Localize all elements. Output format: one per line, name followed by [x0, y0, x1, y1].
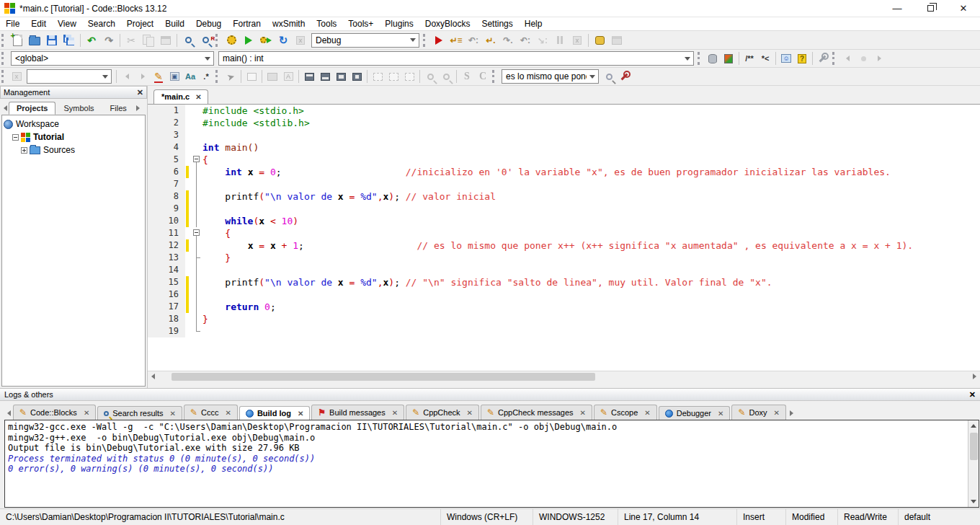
menu-item-edit[interactable]: Edit — [25, 17, 52, 30]
management-close-icon[interactable]: ✕ — [137, 88, 143, 97]
save-button[interactable] — [43, 32, 61, 48]
jump-back-button[interactable] — [839, 50, 855, 66]
cc-toolbar-grip[interactable] — [1, 52, 7, 65]
expand-icon[interactable] — [21, 147, 27, 154]
build-and-run-button[interactable] — [257, 32, 275, 48]
doxyblocks-toolbar-grip[interactable] — [698, 52, 703, 65]
thesaurus-button[interactable]: C — [475, 69, 491, 84]
tabs-scroll-left-icon[interactable] — [1, 102, 9, 115]
menu-item-settings[interactable]: Settings — [476, 17, 518, 30]
editor-horizontal-scrollbar[interactable] — [148, 371, 980, 381]
replace-button[interactable]: R — [197, 32, 214, 48]
log-tab-search-results[interactable]: Search results✕ — [97, 406, 182, 420]
symbol-combo[interactable]: main() : int — [218, 51, 694, 66]
log-tab-close-icon[interactable]: ✕ — [84, 409, 89, 417]
menu-item-search[interactable]: Search — [82, 17, 121, 30]
log-tab-build-log[interactable]: Build log✕ — [239, 406, 310, 420]
debugger-toolbar-grip[interactable] — [423, 34, 429, 47]
new-file-button[interactable] — [9, 32, 26, 48]
menu-item-debug[interactable]: Debug — [190, 17, 227, 30]
menu-item-project[interactable]: Project — [121, 17, 159, 30]
jump-marker-button[interactable] — [855, 50, 871, 66]
incsearch-selected-only-button[interactable]: ▣ — [166, 69, 182, 84]
align-fill-button[interactable] — [349, 69, 365, 84]
zoom-in-button[interactable] — [422, 69, 438, 84]
threadsearch-options-button[interactable] — [617, 69, 633, 84]
code-line[interactable]: 7 — [148, 178, 980, 190]
find-button[interactable] — [179, 32, 197, 48]
log-tab-close-icon[interactable]: ✕ — [774, 409, 780, 417]
scroll-up-icon[interactable] — [968, 420, 979, 431]
menu-item-doxyblocks[interactable]: DoxyBlocks — [419, 17, 476, 30]
incsearch-prev-button[interactable] — [119, 69, 135, 84]
scope-combo[interactable]: <global> — [11, 51, 214, 66]
code-line[interactable]: 8 printf("\n valor de x = %d",x); // val… — [148, 190, 980, 203]
code-line[interactable]: 9 — [148, 203, 980, 215]
code-line[interactable]: 18} — [148, 313, 980, 325]
restore-button[interactable] — [914, 0, 947, 17]
log-tab-close-icon[interactable]: ✕ — [644, 409, 650, 417]
cut-button[interactable]: ✂ — [122, 32, 140, 48]
tree-item-workspace[interactable]: Workspace — [4, 118, 143, 131]
chevron-down-icon[interactable] — [682, 57, 693, 61]
code-line[interactable]: 14 — [148, 264, 980, 276]
tab-files[interactable]: Files — [102, 102, 135, 115]
paste-button[interactable] — [157, 32, 174, 48]
log-tab-close-icon[interactable]: ✕ — [392, 409, 398, 417]
fold-toggle-icon[interactable] — [191, 227, 202, 239]
threadsearch-combo[interactable]: es lo mismo que poner — [502, 69, 599, 84]
code-line[interactable]: 3 — [148, 129, 980, 141]
code-line[interactable]: 4int main() — [148, 141, 980, 154]
align-bottom-button[interactable] — [317, 69, 333, 84]
menu-item-tools[interactable]: Tools — [311, 17, 342, 30]
incsearch-clear-button[interactable]: x — [9, 69, 24, 84]
pointer-tool-button[interactable]: ➤ — [223, 69, 239, 84]
next-line-button[interactable]: ↶: — [465, 32, 482, 48]
menu-item-help[interactable]: Help — [519, 17, 548, 30]
build-target-combo[interactable]: Debug — [311, 33, 419, 48]
editor-tab-main-c[interactable]: *main.c ✕ — [153, 89, 208, 104]
doxy-line-comment-button[interactable]: *< — [757, 50, 773, 66]
log-tab-build-messages[interactable]: ⚑Build messages✕ — [311, 405, 404, 420]
open-file-button[interactable] — [26, 32, 43, 48]
log-tab-code-blocks[interactable]: ✎Code::Blocks✕ — [13, 405, 96, 420]
wxsmith-text-button[interactable]: A — [280, 69, 296, 84]
log-tab-close-icon[interactable]: ✕ — [718, 410, 723, 418]
step-into-button[interactable]: ↵. — [482, 32, 499, 48]
log-tab-debugger[interactable]: Debugger✕ — [659, 406, 731, 420]
incsearch-highlight-button[interactable]: ✎ — [151, 69, 166, 84]
undo-button[interactable]: ↶ — [83, 32, 100, 48]
log-tab-cppcheck-messages[interactable]: ✎CppCheck messages✕ — [481, 405, 592, 420]
browsetracker-toolbar-grip[interactable] — [832, 52, 838, 65]
code-line[interactable]: 11 { — [148, 227, 980, 239]
run-button[interactable] — [240, 32, 257, 48]
menu-item-tools-[interactable]: Tools+ — [342, 17, 379, 30]
break-debugger-button[interactable] — [551, 32, 569, 48]
match-case-button[interactable]: Aa — [182, 69, 198, 84]
chevron-down-icon[interactable] — [587, 75, 598, 79]
incsearch-combo[interactable] — [27, 69, 112, 84]
log-tab-close-icon[interactable]: ✕ — [225, 409, 231, 417]
debugging-windows-button[interactable] — [591, 32, 608, 48]
build-button[interactable] — [223, 32, 240, 48]
incsearch-next-button[interactable] — [135, 69, 151, 84]
code-editor[interactable]: 1#include <stdio.h>2#include <stdlib.h>3… — [148, 105, 980, 371]
log-tab-close-icon[interactable]: ✕ — [580, 409, 586, 417]
zoom-out-button[interactable] — [438, 69, 454, 84]
doxy-run-chm-button[interactable]: ? — [794, 50, 810, 66]
code-line[interactable]: 16 — [148, 288, 980, 301]
save-all-button[interactable] — [61, 32, 78, 48]
border-left-button[interactable] — [370, 69, 386, 84]
wxsmith-window-button[interactable] — [244, 69, 259, 84]
various-info-button[interactable] — [608, 32, 625, 48]
threadsearch-toolbar-grip[interactable] — [492, 70, 498, 83]
chevron-down-icon[interactable] — [99, 75, 111, 79]
editor-tab-close-icon[interactable]: ✕ — [195, 93, 201, 101]
logs-tabs-scroll-right-icon[interactable] — [788, 407, 796, 420]
collapse-icon[interactable] — [12, 134, 19, 141]
tree-item-tutorial[interactable]: Tutorial — [4, 131, 143, 144]
code-line[interactable]: 2#include <stdlib.h> — [148, 117, 980, 129]
tabs-scroll-right-icon[interactable] — [135, 102, 142, 115]
close-button[interactable]: ✕ — [947, 0, 980, 17]
chevron-down-icon[interactable] — [202, 57, 213, 61]
